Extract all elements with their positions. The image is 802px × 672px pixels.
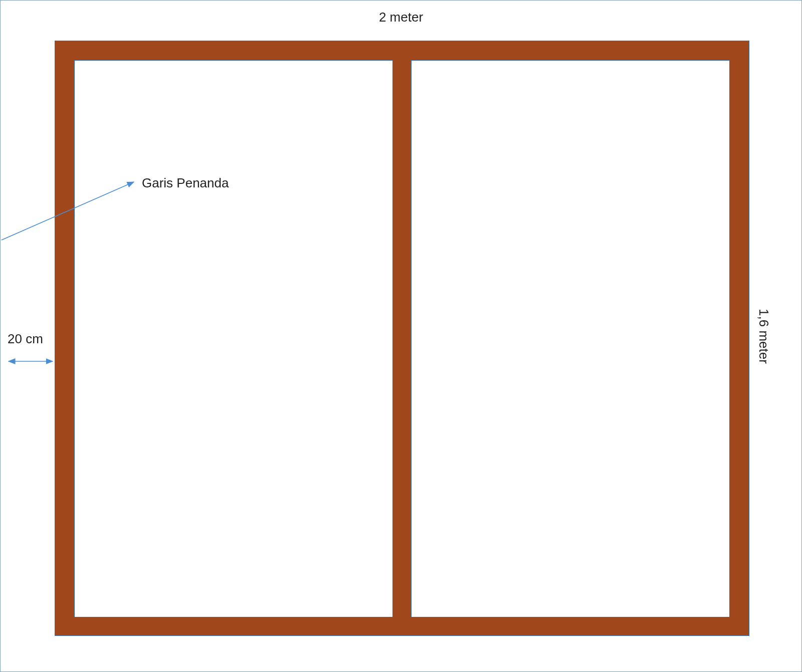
- window-frame: [55, 41, 749, 636]
- thickness-dimension-label: 20 cm: [8, 331, 43, 347]
- window-pane-left: [74, 60, 393, 617]
- annotation-pointer-label: Garis Penanda: [142, 175, 229, 191]
- width-dimension-label: 2 meter: [1, 10, 801, 25]
- diagram-canvas: 2 meter 1,6 meter 20 cm Garis Penanda: [0, 0, 802, 672]
- height-dimension-label: 1,6 meter: [756, 309, 772, 364]
- window-pane-right: [411, 60, 730, 617]
